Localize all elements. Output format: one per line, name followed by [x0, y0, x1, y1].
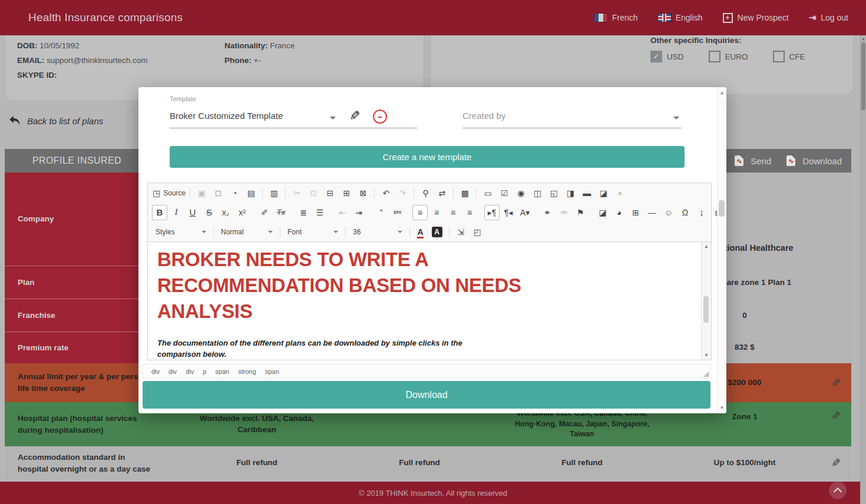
template-select[interactable]: Broker Customized Template: [170, 111, 283, 121]
decrease-indent-icon[interactable]: ⇤: [335, 205, 350, 220]
paste-from-word-icon[interactable]: ⊠: [355, 185, 371, 201]
print-icon[interactable]: ▤: [243, 185, 259, 201]
italic-icon[interactable]: I: [168, 205, 184, 220]
templates-icon[interactable]: ▥: [266, 185, 282, 201]
modal-download-button[interactable]: Download: [143, 381, 710, 409]
background-color-button[interactable]: A: [430, 224, 445, 240]
editor-content-area[interactable]: BROKER NEEDS TO WRITE A RECOMMENDATION B…: [148, 242, 711, 360]
redo-icon[interactable]: ↷: [395, 185, 410, 201]
form-button-icon[interactable]: ▬: [579, 185, 594, 201]
download-pdf-button[interactable]: ∿ Download: [786, 155, 842, 166]
align-justify-icon[interactable]: ≡: [462, 205, 477, 220]
bulleted-list-icon[interactable]: ☰: [312, 205, 328, 220]
path-element[interactable]: div: [168, 368, 177, 375]
editor-scrollbar[interactable]: ▲ ▼: [701, 242, 711, 360]
page-break-icon[interactable]: ↨: [694, 205, 709, 220]
logout-button[interactable]: ⇥ Log out: [809, 12, 848, 23]
modal-scrollbar-thumb[interactable]: [719, 200, 725, 217]
table-icon[interactable]: ⊞: [628, 205, 643, 220]
paste-icon[interactable]: ⊟: [322, 185, 338, 201]
blockquote-icon[interactable]: ”: [373, 205, 389, 220]
path-element[interactable]: div: [151, 368, 160, 375]
paste-plain-text-icon[interactable]: ⊞: [339, 185, 354, 201]
scrollbar-up-arrow-icon[interactable]: ▲: [718, 90, 726, 95]
copy-icon[interactable]: ⊡: [306, 185, 321, 201]
path-element[interactable]: p: [203, 368, 206, 375]
back-to-plans-link[interactable]: Back to list of plans: [8, 115, 103, 126]
remove-template-button[interactable]: −: [373, 110, 387, 124]
remove-format-icon[interactable]: Tx: [273, 205, 289, 220]
selection-field-icon[interactable]: ◨: [563, 185, 578, 201]
edit-pencil-icon[interactable]: ✎: [831, 409, 841, 423]
font-size-combo[interactable]: 36: [349, 225, 406, 239]
align-center-icon[interactable]: ≡: [429, 205, 444, 220]
find-icon[interactable]: ⚲: [418, 185, 433, 201]
flash-icon[interactable]: ◕: [612, 205, 627, 220]
cfe-checkbox[interactable]: [773, 51, 785, 62]
replace-icon[interactable]: ⇄: [434, 185, 449, 201]
scrollbar-up-arrow-icon[interactable]: ▲: [702, 244, 711, 249]
anchor-icon[interactable]: ⚑: [573, 205, 588, 220]
show-blocks-icon[interactable]: ◰: [470, 224, 485, 240]
path-element[interactable]: span: [265, 368, 279, 375]
cut-icon[interactable]: ✂: [289, 185, 305, 201]
subscript-icon[interactable]: x₂: [218, 205, 233, 220]
text-color-button[interactable]: A: [414, 224, 429, 240]
special-character-icon[interactable]: Ω: [677, 205, 693, 220]
save-icon[interactable]: ▣: [194, 185, 209, 201]
checkbox-icon[interactable]: ☑: [497, 185, 512, 201]
create-template-button[interactable]: Create a new template: [170, 146, 685, 168]
resize-handle[interactable]: [703, 372, 709, 377]
language-english-button[interactable]: English: [658, 13, 703, 22]
textarea-icon[interactable]: ◱: [546, 185, 561, 201]
increase-indent-icon[interactable]: ⇥: [351, 205, 366, 220]
strikethrough-icon[interactable]: S: [201, 205, 217, 220]
copy-formatting-icon[interactable]: ✐: [257, 205, 272, 220]
edit-pencil-icon[interactable]: ✎: [831, 456, 841, 470]
chevron-down-icon[interactable]: [330, 117, 336, 120]
path-element[interactable]: div: [186, 368, 194, 375]
language-icon[interactable]: A▾: [517, 205, 533, 220]
styles-combo[interactable]: Styles: [151, 225, 210, 239]
editor-scrollbar-thumb[interactable]: [703, 296, 709, 323]
underline-icon[interactable]: U: [185, 205, 200, 220]
scrollbar-down-arrow-icon[interactable]: ▼: [718, 405, 726, 410]
form-icon[interactable]: ▭: [480, 185, 495, 201]
superscript-icon[interactable]: x²: [234, 205, 250, 220]
undo-icon[interactable]: ↶: [378, 185, 394, 201]
smiley-icon[interactable]: ☺: [661, 205, 676, 220]
align-left-icon[interactable]: ≡: [412, 205, 428, 220]
radio-button-icon[interactable]: ◉: [513, 185, 528, 201]
link-icon[interactable]: ⚭: [540, 205, 555, 220]
created-by-select[interactable]: Created by: [462, 111, 505, 121]
path-element[interactable]: span: [215, 368, 229, 375]
preview-icon[interactable]: ◔: [227, 185, 242, 201]
scroll-to-top-button[interactable]: [829, 482, 847, 499]
send-button[interactable]: ∿ Send: [735, 155, 771, 166]
page-scrollbar-thumb[interactable]: [861, 42, 865, 110]
hidden-field-icon[interactable]: ▫: [612, 185, 627, 201]
new-page-icon[interactable]: □: [210, 185, 226, 201]
text-direction-rtl-icon[interactable]: ¶◂: [501, 205, 516, 220]
div-container-icon[interactable]: DIV: [390, 205, 405, 220]
maximize-icon[interactable]: ⇲: [453, 224, 468, 240]
numbered-list-icon[interactable]: ≣: [296, 205, 311, 220]
horizontal-rule-icon[interactable]: ―: [644, 205, 660, 220]
unlink-icon[interactable]: ⚮: [556, 205, 571, 220]
edit-pencil-icon[interactable]: ✎: [831, 376, 841, 390]
paragraph-format-combo[interactable]: Normal: [217, 225, 277, 239]
select-all-icon[interactable]: ▩: [457, 185, 472, 201]
text-direction-ltr-icon[interactable]: ▸¶: [484, 205, 500, 220]
text-field-icon[interactable]: ◫: [530, 185, 545, 201]
align-right-icon[interactable]: ≡: [445, 205, 461, 220]
usd-checkbox[interactable]: ✓: [650, 51, 662, 62]
language-french-button[interactable]: French: [594, 13, 638, 22]
page-scrollbar[interactable]: ▲: [860, 35, 866, 504]
source-icon[interactable]: ◳Source: [152, 185, 186, 201]
chevron-down-icon[interactable]: [673, 117, 679, 120]
modal-scrollbar[interactable]: ▲ ▼: [717, 87, 726, 413]
path-element[interactable]: strong: [238, 368, 256, 375]
font-combo[interactable]: Font: [283, 225, 342, 239]
euro-checkbox[interactable]: [709, 51, 720, 62]
scrollbar-up-arrow-icon[interactable]: ▲: [861, 37, 865, 41]
